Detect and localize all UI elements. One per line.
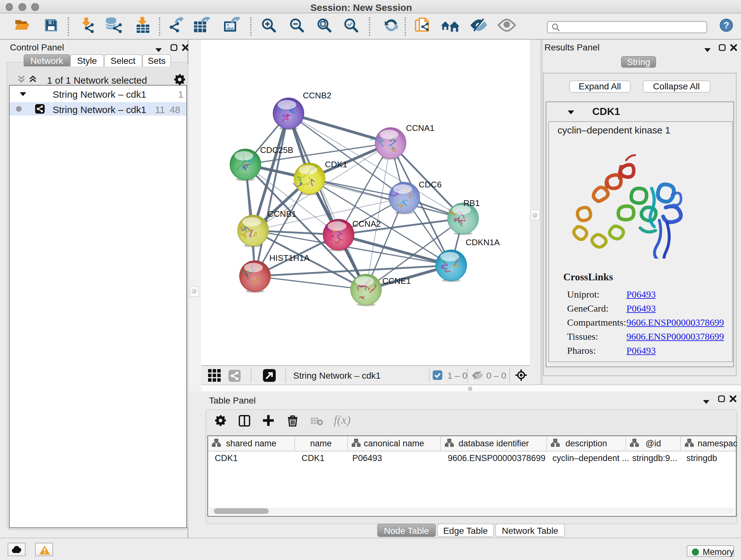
svg-text:CCNB2: CCNB2 <box>303 90 331 100</box>
svg-text:CDK1: CDK1 <box>325 159 347 169</box>
svg-text:?: ? <box>724 20 729 30</box>
svg-text:CCNE1: CCNE1 <box>382 276 411 286</box>
svg-text:CDC6: CDC6 <box>419 179 442 189</box>
svg-text:CCNB1: CCNB1 <box>268 209 296 219</box>
svg-text:CDKN1A: CDKN1A <box>466 237 500 247</box>
svg-text:CCNA2: CCNA2 <box>352 219 381 228</box>
svg-text:RB1: RB1 <box>463 198 480 207</box>
svg-text:CCNA1: CCNA1 <box>406 123 434 132</box>
svg-text:CDC25B: CDC25B <box>260 145 293 154</box>
svg-text:HIST1H1A: HIST1H1A <box>269 253 310 262</box>
